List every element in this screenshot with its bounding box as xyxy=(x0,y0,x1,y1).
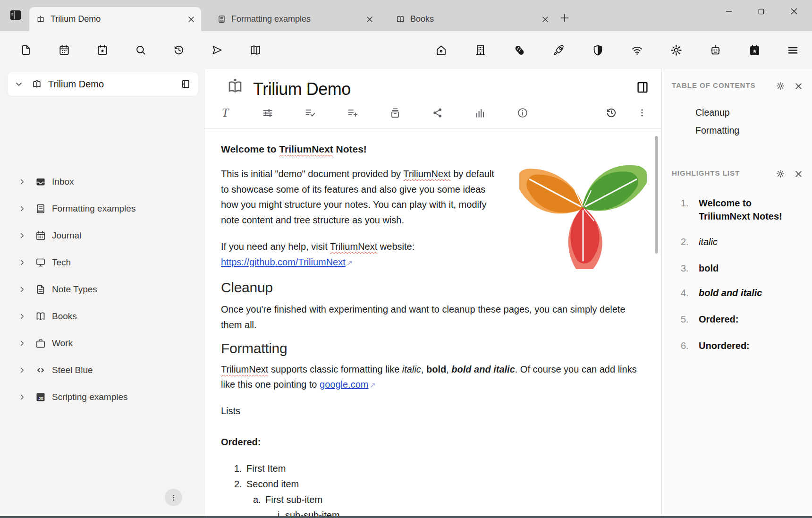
kebab-icon xyxy=(637,108,647,118)
new-tab-button[interactable] xyxy=(558,12,571,24)
wifi-launcher[interactable] xyxy=(630,43,643,57)
work-launcher[interactable] xyxy=(474,43,487,57)
rocket-launcher[interactable] xyxy=(552,43,565,57)
chevron-right-icon[interactable] xyxy=(18,312,26,321)
panel-toggle-icon[interactable] xyxy=(635,80,650,94)
toc-close-button[interactable] xyxy=(793,81,804,91)
maximize-button[interactable] xyxy=(753,4,769,19)
highlight-item[interactable]: 2.italic xyxy=(681,235,804,248)
book-reader-icon xyxy=(225,76,245,96)
google-link[interactable]: google.com xyxy=(320,379,368,390)
note-actions-button[interactable] xyxy=(636,107,648,119)
chevron-right-icon[interactable] xyxy=(18,231,26,240)
settings-launcher[interactable] xyxy=(669,43,683,57)
shield-launcher[interactable] xyxy=(591,43,604,57)
toc-settings-button[interactable] xyxy=(775,81,786,91)
close-icon[interactable] xyxy=(188,16,195,23)
note-info-tab[interactable] xyxy=(516,107,529,119)
external-link-icon: ↗ xyxy=(369,378,375,393)
highlight-item[interactable]: 1.Welcome to TriliumNext Notes! xyxy=(681,196,804,223)
bookmark-toggle-icon[interactable] xyxy=(180,79,191,89)
minimize-icon xyxy=(725,8,733,15)
close-icon[interactable] xyxy=(366,16,373,23)
search-button[interactable] xyxy=(134,43,147,57)
home-icon xyxy=(435,44,448,57)
highlights-header: HIGHLIGHTS LIST xyxy=(672,169,740,177)
toc-item-formatting[interactable]: Formatting xyxy=(695,125,739,136)
note-title[interactable]: Trilium Demo xyxy=(253,79,351,99)
assistant-launcher[interactable] xyxy=(709,43,722,57)
send-icon xyxy=(211,44,223,56)
content-ordered-label: Ordered: xyxy=(221,434,261,450)
js-icon: JS xyxy=(35,391,46,403)
chevron-right-icon[interactable] xyxy=(18,204,26,213)
toc-item-cleanup[interactable]: Cleanup xyxy=(695,107,730,118)
highlight-item[interactable]: 6.Unordered: xyxy=(681,339,804,352)
owned-attributes-tab[interactable] xyxy=(304,107,316,119)
content-ordered-list: 1.First Item 2.Second item a.First sub-i… xyxy=(221,461,340,518)
basic-properties-tab[interactable]: T xyxy=(219,107,231,119)
list-plus-icon xyxy=(347,107,359,119)
gear-icon xyxy=(776,81,785,91)
tree-root-label: Trilium Demo xyxy=(48,79,180,90)
marker-launcher[interactable] xyxy=(513,43,526,57)
calendar-button[interactable] xyxy=(58,43,71,57)
tab-formatting-examples[interactable]: Formatting examples xyxy=(211,7,380,31)
close-window-button[interactable] xyxy=(787,4,802,19)
toggle-sidebar-button[interactable] xyxy=(8,8,23,22)
sidebar-item-inbox[interactable]: Inbox xyxy=(0,168,204,195)
search-icon xyxy=(135,44,147,56)
chevron-right-icon[interactable] xyxy=(18,285,26,294)
calendar-launcher[interactable] xyxy=(748,43,761,57)
content-paragraph-intro: This is initial "demo" document provided… xyxy=(221,166,504,228)
trilium-app-window: Trilium Demo Formatting examples Books xyxy=(0,0,812,518)
jump-to-note-button[interactable] xyxy=(211,43,224,57)
chevron-right-icon[interactable] xyxy=(18,366,26,374)
note-settings-tab[interactable] xyxy=(262,107,274,119)
sidebar-item-steel-blue[interactable]: Steel Blue xyxy=(0,357,204,383)
launcher-toolbar xyxy=(0,31,812,69)
new-note-button[interactable] xyxy=(19,43,33,57)
tab-trilium-demo[interactable]: Trilium Demo xyxy=(29,7,201,31)
close-icon[interactable] xyxy=(542,16,549,23)
tree-root-trilium-demo[interactable]: Trilium Demo xyxy=(8,72,198,96)
chevron-right-icon[interactable] xyxy=(18,178,26,186)
similar-notes-tab[interactable] xyxy=(474,107,486,119)
sidebar-item-journal[interactable]: Journal xyxy=(0,222,204,249)
new-note-icon xyxy=(20,44,32,56)
note-revisions-button[interactable] xyxy=(605,107,617,119)
tree-more-button[interactable] xyxy=(165,489,182,506)
chevron-down-icon[interactable] xyxy=(14,79,24,89)
close-icon xyxy=(795,82,803,90)
chevron-right-icon[interactable] xyxy=(18,339,26,348)
highlight-item[interactable]: 5.Ordered: xyxy=(681,313,804,326)
sidebar-item-formatting-examples[interactable]: Formatting examples xyxy=(0,195,204,222)
sidebar-item-note-types[interactable]: Note Types xyxy=(0,276,204,303)
journal-icon xyxy=(217,15,226,24)
highlights-close-button[interactable] xyxy=(793,169,804,179)
sidebar-item-scripting-examples[interactable]: JS Scripting examples xyxy=(0,383,204,410)
inherited-attributes-tab[interactable] xyxy=(347,107,359,119)
sidebar-item-tech[interactable]: Tech xyxy=(0,249,204,276)
today-button[interactable] xyxy=(96,43,109,57)
tab-books[interactable]: Books xyxy=(389,7,555,31)
sidebar-item-books[interactable]: Books xyxy=(0,303,204,330)
highlight-item[interactable]: 4.bold and italic xyxy=(681,286,804,299)
sidebar-item-work[interactable]: Work xyxy=(0,330,204,357)
close-icon xyxy=(790,8,798,15)
note-map-tab[interactable] xyxy=(431,107,444,119)
minimize-button[interactable] xyxy=(721,4,736,19)
highlight-item[interactable]: 3.bold xyxy=(681,262,804,275)
note-map-button[interactable] xyxy=(249,43,262,57)
recent-changes-button[interactable] xyxy=(172,43,186,57)
content-scrollbar[interactable] xyxy=(655,136,658,254)
history-icon xyxy=(605,107,617,119)
menu-button[interactable] xyxy=(786,43,799,57)
home-launcher[interactable] xyxy=(434,43,448,57)
github-link[interactable]: https://github.com/TriliumNext xyxy=(221,257,346,267)
note-paths-tab[interactable] xyxy=(389,107,401,119)
chevron-right-icon[interactable] xyxy=(18,258,26,267)
open-book-icon xyxy=(396,15,405,24)
chevron-right-icon[interactable] xyxy=(18,393,26,401)
highlights-settings-button[interactable] xyxy=(775,169,786,179)
